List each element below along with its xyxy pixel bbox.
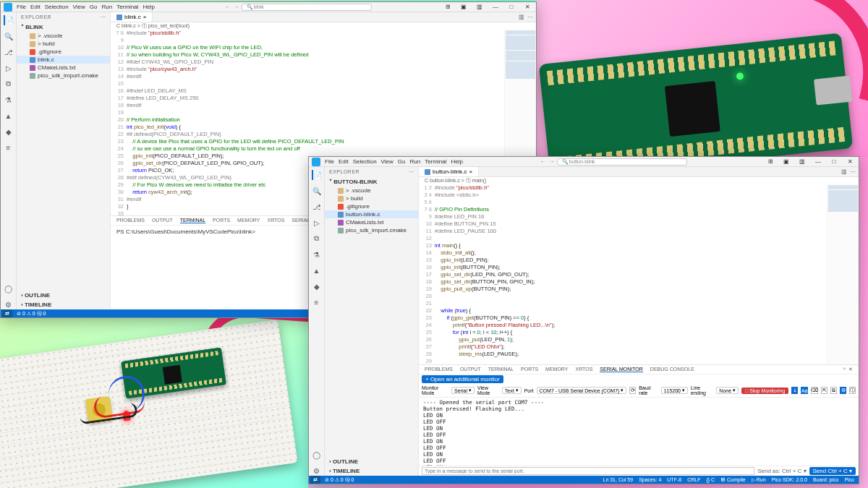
panel-tab-serial-monitor[interactable]: SERIAL MONITOR [600, 367, 643, 372]
account-icon[interactable]: ◯ [4, 283, 14, 294]
layout-panel-icon[interactable]: ⊞ [765, 158, 776, 165]
menu-bar[interactable]: FileEditSelectionViewGoRunTerminalHelp [17, 4, 155, 10]
copy-icon[interactable]: ⧉ [830, 387, 837, 394]
status---run[interactable]: ▷ Run [752, 477, 766, 483]
search-icon[interactable]: 🔍 [312, 186, 322, 196]
menu-terminal[interactable]: Terminal [116, 4, 138, 10]
remote-indicator[interactable]: ⇄ [2, 309, 12, 317]
panel-tabs[interactable]: PROBLEMSOUTPUTTERMINALPORTSMEMORYXRTOSSE… [419, 365, 859, 374]
menu-help[interactable]: Help [142, 4, 154, 10]
file-button-blink-c[interactable]: button-blink.c [325, 210, 418, 218]
tab-blink-c[interactable]: blink.c × [111, 12, 153, 22]
menu-view[interactable]: View [73, 4, 85, 10]
serial-icon[interactable]: ≡ [4, 142, 14, 153]
editor-tabs[interactable]: button-blink.c × ▥⋯ [419, 167, 859, 177]
debug-icon[interactable]: ▷ [312, 218, 322, 228]
file---build[interactable]: > build [17, 40, 110, 48]
search-icon[interactable]: 🔍 [4, 31, 14, 41]
scm-icon[interactable]: ⎇ [312, 202, 322, 212]
settings-serial-icon[interactable]: ⚙ [840, 387, 846, 394]
editor-tabs[interactable]: blink.c × ▥⋯ [111, 12, 536, 22]
menu-go[interactable]: Go [90, 4, 98, 10]
maximize-button[interactable]: □ [828, 158, 840, 165]
settings-icon[interactable]: ⚙ [312, 466, 322, 476]
nav-back-icon[interactable]: ← [224, 4, 230, 10]
menu-selection[interactable]: Selection [45, 4, 69, 10]
test-icon[interactable]: ⚗ [312, 249, 322, 260]
bottom-panel[interactable]: PROBLEMSOUTPUTTERMINALPORTSMEMORYXRTOSSE… [419, 364, 859, 476]
file--gitignore[interactable]: .gitignore [325, 202, 418, 210]
open-monitor-button[interactable]: + Open an additional monitor [422, 375, 503, 383]
command-center[interactable]: 🔍 blink [242, 4, 372, 11]
minimize-button[interactable]: — [490, 4, 501, 10]
breadcrumb[interactable]: C button-blink.c > ⓕ main() [419, 177, 859, 184]
clear-icon[interactable]: ⌫ [811, 387, 818, 394]
status-crlf[interactable]: CRLF [687, 477, 700, 482]
panel-tab-problems[interactable]: PROBLEMS [425, 367, 453, 372]
account-icon[interactable]: ◯ [312, 450, 322, 460]
tab-button-blink-c[interactable]: button-blink.c × [419, 167, 479, 176]
split-icon[interactable]: ▥ [519, 14, 524, 20]
panel-tab-memory[interactable]: MEMORY [545, 367, 568, 372]
status-ln-31--col-59[interactable]: Ln 31, Col 59 [603, 477, 634, 482]
titlebar[interactable]: FileEditSelectionViewGoRunTerminalHelp ←… [309, 157, 859, 167]
file-pico-sdk-import-cmake[interactable]: pico_sdk_import.cmake [17, 72, 110, 80]
close-tab-icon[interactable]: × [469, 168, 473, 175]
panel-tab-debug-console[interactable]: DEBUG CONSOLE [650, 367, 694, 372]
menu-go[interactable]: Go [398, 158, 406, 165]
outline-section[interactable]: › OUTLINE [17, 291, 110, 300]
layout-custom-icon[interactable]: ▥ [796, 158, 808, 165]
status-pico[interactable]: Pico [844, 477, 854, 482]
panel-tab-memory[interactable]: MEMORY [237, 218, 260, 223]
more-icon[interactable]: ⋯ [409, 169, 414, 175]
serial-icon[interactable]: ≡ [312, 297, 322, 307]
activity-bar[interactable]: 📄 🔍 ⎇ ▷ ⧉ ⚗ ▲ ◆ ≡ ◯ ⚙ [1, 12, 17, 309]
workspace-root[interactable]: ˅ BLINK [17, 22, 110, 32]
monitor-mode-select[interactable]: Serial ▾ [451, 387, 475, 394]
toggle-autoscroll-icon[interactable]: ⤓ [791, 387, 798, 394]
pico-icon[interactable]: ◆ [4, 127, 14, 137]
layout-side-icon[interactable]: ▣ [780, 158, 792, 165]
titlebar[interactable]: FileEditSelectionViewGoRunTerminalHelp ←… [1, 2, 536, 12]
cmake-icon[interactable]: ▲ [312, 265, 322, 275]
menu-file[interactable]: File [325, 158, 334, 165]
menu-view[interactable]: View [381, 158, 393, 165]
timeline-section[interactable]: › TIMELINE [17, 300, 110, 309]
timeline-section[interactable]: › TIMELINE [325, 466, 418, 476]
outline-section[interactable]: › OUTLINE [325, 457, 418, 466]
port-select[interactable]: COM7 - USB Serial Device (COM7) ▾ [537, 387, 627, 394]
refresh-port-icon[interactable]: ⟳ [629, 387, 636, 394]
status-board--pico[interactable]: Board: pico [813, 477, 838, 482]
explorer-icon[interactable]: 📄 [312, 170, 322, 180]
more-icon[interactable]: ⋯ [850, 168, 856, 175]
panel-tab-xrtos[interactable]: XRTOS [267, 218, 284, 223]
command-center[interactable]: 🔍 button-blink [557, 158, 687, 166]
status-spaces--4[interactable]: Spaces: 4 [639, 477, 661, 482]
view-mode-select[interactable]: Text ▾ [502, 387, 522, 394]
toggle-timestamp-icon[interactable]: Aa [801, 387, 808, 394]
code-editor[interactable]: 1 2 3 4 5 6 7 8 9 10 11 12 13 14 15 16 1… [419, 184, 859, 364]
scm-icon[interactable]: ⎇ [4, 47, 14, 57]
serial-toolbar[interactable]: Monitor ModeSerial ▾ View ModeText ▾ Por… [419, 384, 859, 398]
split-icon[interactable]: ▥ [841, 168, 847, 175]
maximize-button[interactable]: □ [506, 4, 517, 10]
more-icon[interactable]: ⋯ [101, 14, 106, 20]
explorer-sidebar[interactable]: EXPLORER⋯ ˅ BLINK > .vscode> build.gitig… [17, 12, 111, 309]
panel-tab-output[interactable]: OUTPUT [460, 367, 481, 372]
panel-tab-problems[interactable]: PROBLEMS [116, 218, 145, 223]
file--gitignore[interactable]: .gitignore [17, 48, 110, 56]
problems-status[interactable]: ⊘ 0 ⚠ 0 ⓦ 0 [325, 476, 354, 484]
file-cmakelists-txt[interactable]: CMakeLists.txt [17, 64, 110, 72]
problems-status[interactable]: ⊘ 0 ⚠ 0 ⓦ 0 [17, 310, 46, 317]
file-cmakelists-txt[interactable]: CMakeLists.txt [325, 218, 418, 226]
file---build[interactable]: > build [325, 194, 418, 202]
explorer-icon[interactable]: 📄 [4, 15, 14, 25]
breadcrumb[interactable]: C blink.c > ⓕ pico_set_led(bool) [111, 22, 536, 30]
status-bar[interactable]: ⇄⊘ 0 ⚠ 0 ⓦ 0 Ln 31, Col 59Spaces: 4UTF-8… [309, 476, 859, 484]
menu-edit[interactable]: Edit [30, 4, 41, 10]
close-button[interactable]: ✕ [522, 4, 533, 10]
file----vscode[interactable]: > .vscode [325, 187, 418, 194]
line-ending-select[interactable]: None ▾ [716, 387, 739, 394]
close-tab-icon[interactable]: × [143, 14, 147, 20]
layout-panel-icon[interactable]: ⊞ [442, 4, 454, 10]
